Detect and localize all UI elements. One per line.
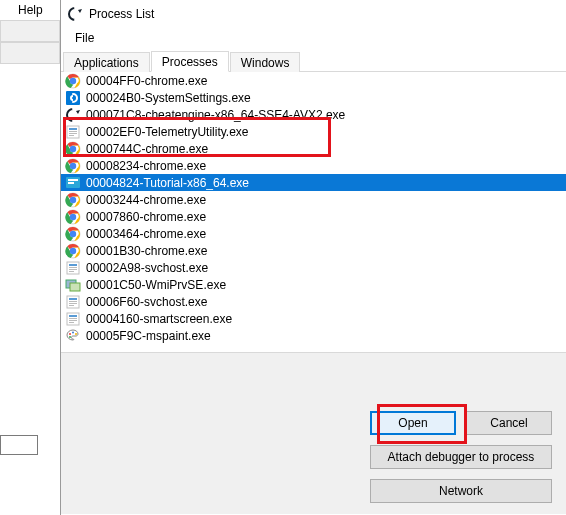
- svg-rect-34: [69, 271, 74, 272]
- process-row[interactable]: 00004824-Tutorial-x86_64.exe: [61, 174, 566, 191]
- process-name: 00004824-Tutorial-x86_64.exe: [86, 176, 249, 190]
- tab-bar: Applications Processes Windows: [61, 48, 566, 72]
- svg-rect-44: [69, 318, 77, 319]
- mspaint-icon: [65, 328, 81, 344]
- process-row[interactable]: 00001C50-WmiPrvSE.exe: [61, 276, 566, 293]
- svg-rect-39: [69, 301, 77, 302]
- process-name: 00004160-smartscreen.exe: [86, 312, 232, 326]
- process-row[interactable]: 00004FF0-chrome.exe: [61, 72, 566, 89]
- process-row[interactable]: 00003464-chrome.exe: [61, 225, 566, 242]
- svg-rect-38: [69, 298, 77, 300]
- help-menu[interactable]: Help: [18, 3, 43, 17]
- svg-rect-41: [69, 305, 74, 306]
- cheatengine-icon: [65, 107, 81, 123]
- process-row[interactable]: 00008234-chrome.exe: [61, 157, 566, 174]
- generic-icon: [65, 124, 81, 140]
- generic-icon: [65, 260, 81, 276]
- process-row[interactable]: 00002EF0-TelemetryUtility.exe: [61, 123, 566, 140]
- process-name: 00003464-chrome.exe: [86, 227, 206, 241]
- svg-rect-7: [69, 133, 77, 134]
- process-name: 00004FF0-chrome.exe: [86, 74, 207, 88]
- bg-toolbar-row: [0, 20, 60, 42]
- chrome-icon: [65, 141, 81, 157]
- file-menu[interactable]: File: [69, 29, 100, 47]
- svg-rect-16: [68, 179, 78, 181]
- process-name: 00002A98-svchost.exe: [86, 261, 208, 275]
- svg-point-48: [72, 331, 74, 333]
- cheatengine-icon: [67, 6, 83, 22]
- generic-icon: [65, 294, 81, 310]
- process-row[interactable]: 000071C8-cheatengine-x86_64-SSE4-AVX2.ex…: [61, 106, 566, 123]
- process-name: 00005F9C-mspaint.exe: [86, 329, 211, 343]
- process-row[interactable]: 00001B30-chrome.exe: [61, 242, 566, 259]
- process-row[interactable]: 00006F60-svchost.exe: [61, 293, 566, 310]
- process-name: 00001C50-WmiPrvSE.exe: [86, 278, 226, 292]
- chrome-icon: [65, 73, 81, 89]
- wmi-icon: [65, 277, 81, 293]
- svg-rect-32: [69, 267, 77, 268]
- svg-rect-40: [69, 303, 77, 304]
- svg-rect-8: [69, 135, 74, 136]
- process-row[interactable]: 00005F9C-mspaint.exe: [61, 327, 566, 344]
- tab-windows[interactable]: Windows: [230, 52, 301, 72]
- svg-rect-45: [69, 320, 77, 321]
- process-name: 0000744C-chrome.exe: [86, 142, 208, 156]
- process-row[interactable]: 0000744C-chrome.exe: [61, 140, 566, 157]
- process-list-dialog: Process List File Applications Processes…: [60, 0, 566, 515]
- menubar: File: [61, 28, 566, 48]
- chrome-icon: [65, 226, 81, 242]
- svg-rect-31: [69, 264, 77, 266]
- process-name: 00006F60-svchost.exe: [86, 295, 207, 309]
- svg-rect-43: [69, 315, 77, 317]
- svg-rect-17: [68, 182, 74, 184]
- process-name: 00001B30-chrome.exe: [86, 244, 207, 258]
- tutorial-icon: [65, 175, 81, 191]
- process-name: 00008234-chrome.exe: [86, 159, 206, 173]
- process-name: 00003244-chrome.exe: [86, 193, 206, 207]
- process-name: 000024B0-SystemSettings.exe: [86, 91, 251, 105]
- network-button[interactable]: Network: [370, 479, 552, 503]
- bg-toolbar-row: [0, 42, 60, 64]
- tab-applications[interactable]: Applications: [63, 52, 150, 72]
- svg-point-47: [69, 333, 71, 335]
- process-row[interactable]: 00004160-smartscreen.exe: [61, 310, 566, 327]
- svg-point-50: [69, 336, 71, 338]
- chrome-icon: [65, 243, 81, 259]
- open-button[interactable]: Open: [370, 411, 456, 435]
- dialog-title: Process List: [89, 7, 154, 21]
- process-list[interactable]: 00004FF0-chrome.exe000024B0-SystemSettin…: [61, 72, 566, 350]
- process-row[interactable]: 00002A98-svchost.exe: [61, 259, 566, 276]
- svg-rect-5: [69, 128, 77, 130]
- dialog-footer: Open Cancel Attach debugger to process N…: [61, 352, 566, 514]
- process-name: 00002EF0-TelemetryUtility.exe: [86, 125, 249, 139]
- svg-rect-46: [69, 322, 74, 323]
- chrome-icon: [65, 158, 81, 174]
- process-name: 000071C8-cheatengine-x86_64-SSE4-AVX2.ex…: [86, 108, 345, 122]
- bg-input[interactable]: [0, 435, 38, 455]
- cancel-button[interactable]: Cancel: [466, 411, 552, 435]
- chrome-icon: [65, 209, 81, 225]
- process-name: 00007860-chrome.exe: [86, 210, 206, 224]
- chrome-icon: [65, 192, 81, 208]
- settings-icon: [65, 90, 81, 106]
- process-row[interactable]: 00007860-chrome.exe: [61, 208, 566, 225]
- process-row[interactable]: 00003244-chrome.exe: [61, 191, 566, 208]
- tab-processes[interactable]: Processes: [151, 51, 229, 72]
- svg-point-49: [75, 333, 77, 335]
- attach-debugger-button[interactable]: Attach debugger to process: [370, 445, 552, 469]
- svg-rect-6: [69, 131, 77, 132]
- titlebar: Process List: [61, 0, 566, 28]
- generic-icon: [65, 311, 81, 327]
- svg-rect-33: [69, 269, 77, 270]
- process-row[interactable]: 000024B0-SystemSettings.exe: [61, 89, 566, 106]
- svg-rect-36: [70, 283, 80, 291]
